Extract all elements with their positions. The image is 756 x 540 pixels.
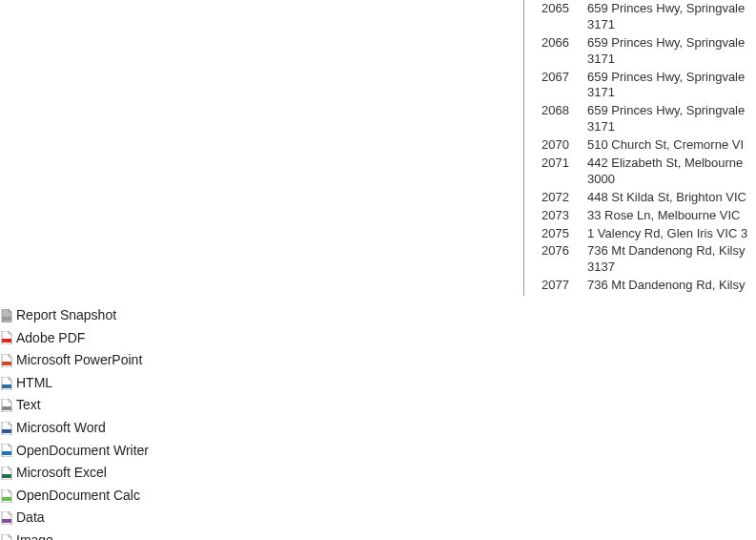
record-address: 1 Valency Rd, Glen Iris VIC 3 bbox=[574, 226, 747, 242]
address-row[interactable]: 2071442 Elizabeth St, Melbourne3000 bbox=[528, 155, 747, 189]
export-option-opendocument-calc[interactable]: OpenDocument Calc bbox=[0, 485, 149, 508]
export-option-microsoft-word[interactable]: Microsoft Word bbox=[0, 417, 149, 440]
record-address: 659 Princes Hwy, Springvale3171 bbox=[574, 70, 745, 102]
html-icon bbox=[1, 377, 12, 390]
address-row[interactable]: 2076736 Mt Dandenong Rd, Kilsy3137 bbox=[528, 242, 747, 277]
export-option-image[interactable]: Image bbox=[0, 530, 149, 540]
export-option-microsoft-powerpoint[interactable]: Microsoft PowerPoint bbox=[0, 349, 149, 372]
export-format-menu: Report SnapshotAdobe PDFMicrosoft PowerP… bbox=[0, 304, 149, 540]
svg-rect-2 bbox=[2, 362, 11, 365]
svg-rect-0 bbox=[2, 317, 11, 321]
export-option-html[interactable]: HTML bbox=[0, 372, 149, 395]
svg-rect-1 bbox=[2, 339, 11, 343]
address-row[interactable]: 20751 Valency Rd, Glen Iris VIC 3 bbox=[528, 225, 747, 243]
microsoft-powerpoint-icon bbox=[1, 354, 12, 367]
export-option-data[interactable]: Data bbox=[0, 507, 149, 530]
address-row[interactable]: 2065659 Princes Hwy, Springvale3171 bbox=[528, 0, 747, 34]
record-id: 2077 bbox=[528, 278, 574, 294]
record-address: 659 Princes Hwy, Springvale3171 bbox=[574, 1, 745, 33]
record-address: 33 Rose Ln, Melbourne VIC bbox=[574, 208, 740, 224]
export-option-microsoft-excel[interactable]: Microsoft Excel bbox=[0, 462, 149, 485]
export-option-label: Image bbox=[16, 531, 53, 540]
export-option-report-snapshot[interactable]: Report Snapshot bbox=[0, 304, 149, 327]
address-row[interactable]: 2067659 Princes Hwy, Springvale3171 bbox=[528, 69, 747, 103]
export-option-opendocument-writer[interactable]: OpenDocument Writer bbox=[0, 440, 149, 463]
address-row[interactable]: 2077736 Mt Dandenong Rd, Kilsy3137 bbox=[528, 277, 747, 296]
export-option-label: Microsoft Word bbox=[16, 419, 106, 438]
export-option-text[interactable]: Text bbox=[0, 394, 149, 417]
record-address: 659 Princes Hwy, Springvale3171 bbox=[574, 35, 745, 68]
record-id: 2068 bbox=[528, 103, 574, 119]
record-address: 736 Mt Dandenong Rd, Kilsy3137 bbox=[574, 278, 745, 296]
address-row[interactable]: 2066659 Princes Hwy, Springvale3171 bbox=[528, 34, 747, 69]
export-option-label: Microsoft PowerPoint bbox=[16, 351, 142, 370]
svg-rect-5 bbox=[2, 429, 11, 433]
export-option-label: Text bbox=[16, 396, 41, 415]
adobe-pdf-icon bbox=[1, 331, 12, 344]
record-address: 736 Mt Dandenong Rd, Kilsy3137 bbox=[574, 243, 745, 276]
opendocument-writer-icon bbox=[1, 444, 12, 457]
address-row[interactable]: 2068659 Princes Hwy, Springvale3171 bbox=[528, 102, 747, 136]
export-option-adobe-pdf[interactable]: Adobe PDF bbox=[0, 327, 149, 350]
address-row[interactable]: 2070510 Church St, Cremorne VI bbox=[528, 136, 747, 155]
record-id: 2070 bbox=[528, 137, 574, 154]
svg-rect-7 bbox=[2, 474, 11, 478]
record-id: 2072 bbox=[528, 190, 574, 206]
svg-rect-3 bbox=[2, 384, 11, 388]
opendocument-calc-icon bbox=[1, 489, 12, 503]
export-option-label: OpenDocument Writer bbox=[16, 442, 149, 461]
record-address: 659 Princes Hwy, Springvale3171 bbox=[574, 103, 745, 135]
record-address: 510 Church St, Cremorne VI bbox=[574, 137, 744, 154]
record-id: 2065 bbox=[528, 1, 574, 17]
microsoft-excel-icon bbox=[1, 467, 12, 480]
address-row[interactable]: 2072448 St Kilda St, Brighton VIC bbox=[528, 189, 747, 207]
export-option-label: OpenDocument Calc bbox=[16, 487, 140, 506]
record-id: 2075 bbox=[528, 226, 574, 242]
address-row[interactable]: 207333 Rose Ln, Melbourne VIC bbox=[528, 207, 747, 225]
export-option-label: Data bbox=[16, 509, 45, 528]
export-option-label: Adobe PDF bbox=[16, 329, 85, 348]
record-address: 448 St Kilda St, Brighton VIC bbox=[574, 190, 746, 206]
svg-rect-9 bbox=[2, 519, 11, 523]
record-id: 2066 bbox=[528, 35, 574, 52]
record-id: 2067 bbox=[528, 70, 574, 86]
report-snapshot-icon bbox=[1, 309, 12, 322]
record-id: 2076 bbox=[528, 243, 574, 260]
svg-rect-6 bbox=[2, 451, 11, 455]
export-option-label: Report Snapshot bbox=[16, 306, 116, 325]
record-id: 2073 bbox=[528, 208, 574, 224]
microsoft-word-icon bbox=[1, 422, 12, 435]
svg-rect-8 bbox=[2, 497, 11, 501]
svg-rect-4 bbox=[2, 406, 11, 410]
record-address: 442 Elizabeth St, Melbourne3000 bbox=[574, 156, 743, 188]
address-list-panel: 2065659 Princes Hwy, Springvale317120666… bbox=[523, 0, 747, 296]
image-icon bbox=[1, 534, 12, 540]
export-option-label: HTML bbox=[16, 374, 52, 393]
data-icon bbox=[1, 511, 12, 525]
text-icon bbox=[1, 399, 12, 412]
record-id: 2071 bbox=[528, 156, 574, 172]
export-option-label: Microsoft Excel bbox=[16, 464, 107, 483]
